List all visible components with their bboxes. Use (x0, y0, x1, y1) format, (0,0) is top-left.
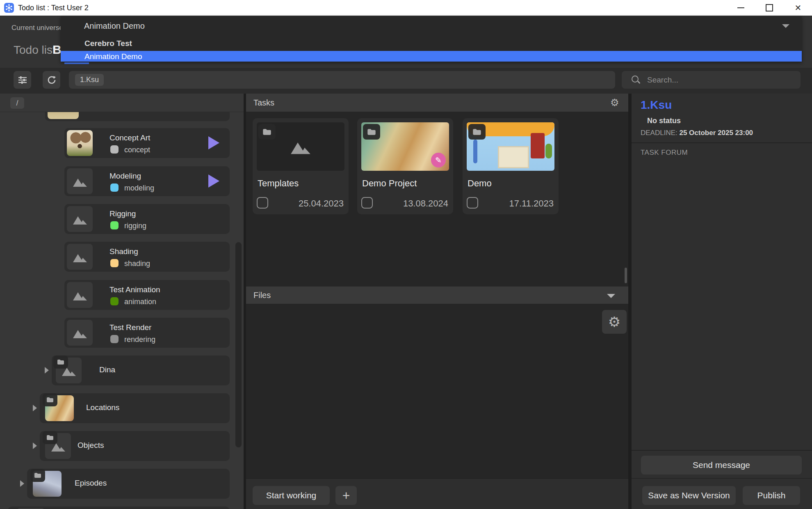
tree-row-dina[interactable]: Dina (52, 355, 230, 385)
tree-row-episodes[interactable]: Episodes (27, 469, 230, 499)
cactus-shape (545, 144, 552, 158)
send-message-button[interactable]: Send message (641, 456, 802, 475)
universe-selected-text: Animation Demo (84, 21, 145, 31)
universe-dropdown: Animation Demo Cerebro Test Animation De… (61, 16, 802, 62)
universe-option-cerebro-test[interactable]: Cerebro Test (61, 35, 802, 51)
files-header-title: Files (253, 291, 271, 300)
expand-arrow-icon[interactable] (20, 480, 24, 487)
tree-panel-header: / (0, 94, 244, 112)
folder-icon (262, 128, 271, 135)
card-thumbnail: ✎ (361, 122, 449, 171)
status-label: animation (124, 298, 156, 306)
files-section-header[interactable]: Files (246, 287, 628, 304)
thumbnail-placeholder (67, 320, 93, 346)
expand-arrow-icon[interactable] (45, 367, 49, 374)
task-card-templates[interactable]: Templates 25.04.2023 (253, 118, 349, 214)
card-checkbox[interactable] (257, 197, 268, 209)
tree-panel: / Concept Art concept Modeling modeling (0, 94, 244, 509)
task-card-demo[interactable]: Demo 17.11.2023 (463, 118, 559, 214)
tasks-section-header: Tasks ⚙ (246, 94, 628, 112)
tree-item-title: Dina (99, 365, 115, 374)
window-title: Todo list : Test User 2 (18, 4, 89, 12)
collapse-caret-icon (607, 294, 615, 298)
deadline-value: 25 October 2025 23:00 (679, 129, 753, 137)
panel-divider (628, 94, 632, 509)
tree-row-rigging[interactable]: Rigging rigging (64, 204, 230, 234)
refresh-button[interactable] (43, 71, 60, 89)
maximize-button[interactable] (757, 0, 781, 16)
filter-button[interactable] (14, 71, 31, 89)
search-icon (632, 76, 639, 83)
folder-icon (367, 128, 376, 135)
root-path-chip[interactable]: / (10, 97, 24, 109)
expand-arrow-icon[interactable] (33, 405, 37, 411)
card-name: Templates (258, 178, 299, 189)
details-panel: 1.Ksu No status DEADLINE: 25 October 202… (632, 94, 812, 509)
card-checkbox[interactable] (467, 197, 478, 209)
add-button[interactable]: + (335, 486, 357, 505)
start-working-button[interactable]: Start working (253, 486, 330, 505)
title-bar: Todo list : Test User 2 ✕ (0, 0, 812, 16)
folder-icon (472, 128, 481, 135)
files-settings-button[interactable]: ⚙ (602, 310, 627, 334)
tree-item-title: Test Render (109, 323, 151, 332)
play-button[interactable] (208, 174, 219, 188)
image-placeholder-icon (72, 289, 88, 301)
universe-option-animation-demo[interactable]: Animation Demo (61, 51, 802, 62)
tree-row-modeling[interactable]: Modeling modeling (64, 166, 230, 196)
status-label: concept (124, 146, 150, 154)
search-input[interactable]: Search... (622, 71, 801, 89)
minimize-button[interactable] (729, 0, 753, 16)
image-placeholder-icon (289, 138, 312, 155)
tree-row-concept-art[interactable]: Concept Art concept (64, 128, 230, 158)
thumbnail-placeholder (67, 168, 93, 194)
tab-todo-list[interactable]: Todo list (14, 44, 56, 57)
tree-row-test-animation[interactable]: Test Animation animation (64, 280, 230, 310)
thumbnail-placeholder (67, 244, 93, 270)
search-placeholder: Search... (647, 76, 678, 85)
tasks-scrollbar[interactable] (625, 268, 627, 283)
status-swatch (110, 145, 119, 154)
expand-arrow-icon[interactable] (33, 443, 37, 449)
tasks-panel: Tasks ⚙ Templates 25.04.2023 (246, 94, 628, 509)
status-swatch (110, 259, 119, 267)
card-name: Demo (468, 178, 492, 189)
card-checkbox[interactable] (361, 197, 373, 209)
tree-row-objects[interactable]: Objects (40, 431, 230, 461)
publish-button[interactable]: Publish (743, 486, 800, 505)
folder-icon (46, 435, 54, 440)
bottom-action-bar: Start working + (246, 478, 628, 509)
tree-row-locations[interactable]: Locations (40, 393, 230, 423)
folder-badge (43, 431, 57, 444)
folder-badge (30, 469, 45, 482)
close-button[interactable]: ✕ (786, 0, 810, 16)
card-date: 13.08.2024 (403, 198, 448, 209)
universe-dropdown-value[interactable]: Animation Demo (61, 16, 802, 35)
door-shape (531, 133, 545, 158)
chevron-down-icon (782, 24, 789, 28)
image-placeholder-icon (72, 213, 88, 225)
tree-scrollbar[interactable] (235, 242, 242, 447)
tree-item-title: Concept Art (109, 133, 150, 142)
tree-item-title: Objects (78, 441, 104, 450)
application-window: Todo list : Test User 2 ✕ Current univer… (0, 0, 812, 509)
image-placeholder-icon (72, 327, 88, 339)
status-label: modeling (124, 184, 154, 193)
card-date: 25.04.2023 (299, 198, 344, 209)
thumbnail-placeholder (67, 206, 93, 232)
task-card-demo-project[interactable]: ✎ Demo Project 13.08.2024 (357, 118, 453, 214)
play-button[interactable] (208, 136, 219, 149)
tasks-header-title: Tasks (253, 98, 274, 108)
tree-row-test-render[interactable]: Test Render rendering (64, 318, 230, 348)
folder-badge (468, 124, 486, 140)
save-as-new-version-button[interactable]: Save as New Version (642, 486, 736, 505)
folder-badge (53, 355, 68, 369)
folder-badge (43, 393, 57, 406)
app-logo-icon (4, 3, 14, 13)
tree-row-shading[interactable]: Shading shading (64, 242, 230, 272)
breadcrumb[interactable]: 1.Ksu (75, 74, 104, 86)
status-swatch (110, 335, 119, 343)
tasks-settings-gear-icon[interactable]: ⚙ (610, 97, 619, 108)
tree-row-partial-bottom[interactable] (8, 507, 230, 509)
folder-badge (258, 124, 276, 140)
